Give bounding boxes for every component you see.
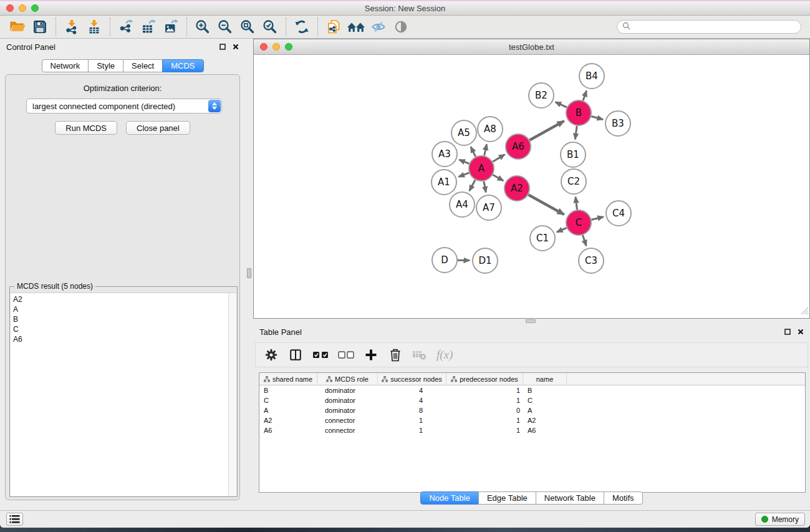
deselect-all-columns-icon[interactable]	[338, 346, 354, 364]
network-canvas[interactable]: AA1A2A3A4A5A6A7A8BB1B2B3B4CC1C2C3C4DD1	[254, 55, 809, 317]
zoom-out-icon[interactable]	[214, 17, 236, 37]
search-input[interactable]	[634, 22, 796, 31]
tab-network[interactable]: Network	[41, 59, 89, 72]
open-session-icon[interactable]	[6, 17, 29, 37]
zoom-fit-icon[interactable]	[236, 17, 259, 37]
column-header-predecessor-nodes[interactable]: predecessor nodes	[446, 373, 523, 385]
table-cell[interactable]: C	[259, 397, 317, 404]
close-window-icon[interactable]	[6, 4, 14, 12]
graph-node-C3[interactable]: C3	[579, 248, 604, 273]
table-cell[interactable]: A2	[523, 417, 567, 424]
table-cell[interactable]: A6	[259, 427, 317, 434]
network-window-title-bar[interactable]: testGlobe.txt	[254, 39, 809, 55]
table-row[interactable]: Cdominator41C	[259, 395, 805, 405]
tab-select[interactable]: Select	[123, 59, 163, 72]
graph-edge-C-C3[interactable]	[583, 235, 587, 246]
table-cell[interactable]: A2	[259, 417, 317, 424]
graph-node-C2[interactable]: C2	[561, 169, 586, 194]
delete-column-trash-icon[interactable]	[388, 346, 403, 364]
vertical-splitter[interactable]	[245, 39, 253, 510]
tab-network-table[interactable]: Network Table	[536, 491, 604, 505]
graph-node-A2[interactable]: A2	[504, 176, 529, 201]
minimize-window-icon[interactable]	[19, 4, 26, 12]
graph-edge-C-C1[interactable]	[557, 228, 567, 232]
graph-node-C4[interactable]: C4	[606, 201, 631, 226]
graph-edge-C-C2[interactable]	[576, 197, 577, 210]
graph-node-B[interactable]: B	[566, 100, 591, 125]
refresh-icon[interactable]	[291, 17, 313, 37]
import-network-icon[interactable]	[60, 17, 83, 37]
dropdown-stepper-icon[interactable]	[208, 100, 221, 112]
table-row[interactable]: A2connector11A2	[259, 415, 805, 425]
table-cell[interactable]: 1	[446, 387, 523, 394]
node-table[interactable]: shared nameMCDS rolesuccessor nodesprede…	[259, 372, 806, 493]
save-session-icon[interactable]	[29, 17, 51, 37]
graph-edge-B-B3[interactable]	[591, 117, 603, 120]
table-cell[interactable]: 4	[378, 387, 446, 394]
export-image-icon[interactable]	[160, 17, 182, 37]
select-all-columns-icon[interactable]	[312, 346, 329, 364]
graph-node-C1[interactable]: C1	[530, 226, 555, 251]
float-panel-icon[interactable]	[219, 42, 226, 52]
table-cell[interactable]: 0	[446, 407, 523, 414]
splitter-handle[interactable]	[247, 268, 251, 278]
graph-node-A6[interactable]: A6	[506, 134, 531, 159]
table-cell[interactable]: C	[523, 397, 567, 404]
table-cell[interactable]: 1	[378, 417, 446, 424]
graph-node-A[interactable]: A	[469, 156, 494, 181]
tab-motifs[interactable]: Motifs	[604, 491, 643, 505]
graph-edge-A-A4[interactable]	[470, 180, 475, 191]
mcds-result-list[interactable]: A2ABCA6	[11, 293, 236, 496]
close-window-icon[interactable]	[260, 43, 268, 51]
table-row[interactable]: A6connector11A6	[259, 425, 805, 435]
graph-edge-A-A3[interactable]	[459, 160, 469, 163]
table-cell[interactable]: 8	[378, 407, 446, 414]
table-row[interactable]: Bdominator41B	[259, 385, 805, 395]
zoom-window-icon[interactable]	[285, 43, 292, 51]
mcds-result-item[interactable]: C	[11, 324, 236, 334]
graph-edge-A-A6[interactable]	[493, 155, 504, 162]
resize-grip-icon[interactable]	[801, 306, 809, 317]
graph-edge-B-B1[interactable]	[575, 126, 577, 139]
graph-node-A1[interactable]: A1	[432, 170, 456, 195]
scrollbar-track[interactable]	[228, 293, 236, 496]
column-header-successor-nodes[interactable]: successor nodes	[378, 373, 446, 385]
create-view-icon[interactable]	[345, 17, 367, 37]
table-settings-gear-icon[interactable]	[264, 346, 279, 364]
zoom-window-icon[interactable]	[31, 4, 39, 12]
graph-edge-A-A8[interactable]	[485, 144, 487, 155]
graph-edge-B-B4[interactable]	[583, 91, 587, 101]
graph-node-A4[interactable]: A4	[450, 192, 475, 217]
splitter-handle[interactable]	[526, 319, 536, 323]
zoom-in-icon[interactable]	[191, 17, 214, 37]
column-header-mcds-role[interactable]: MCDS role	[317, 373, 378, 385]
mcds-result-item[interactable]: A2	[11, 294, 236, 304]
toggle-view-icon[interactable]	[390, 17, 412, 37]
close-panel-button[interactable]: Close panel	[126, 121, 190, 135]
close-panel-icon[interactable]	[233, 42, 239, 52]
tab-node-table[interactable]: Node Table	[420, 491, 479, 505]
horizontal-splitter[interactable]	[253, 319, 810, 324]
graph-node-A5[interactable]: A5	[451, 120, 476, 145]
mcds-result-item[interactable]: A	[11, 304, 236, 314]
graph-edge-B-B2[interactable]	[556, 102, 567, 108]
table-cell[interactable]: A	[523, 407, 567, 414]
clone-network-icon[interactable]	[322, 17, 345, 37]
table-cell[interactable]: 4	[378, 397, 446, 404]
table-cell[interactable]: 1	[378, 427, 446, 434]
graph-edge-A-A2[interactable]	[493, 175, 503, 181]
hide-labels-icon[interactable]	[367, 17, 390, 37]
search-box[interactable]	[617, 20, 801, 34]
tab-edge-table[interactable]: Edge Table	[478, 491, 536, 505]
table-cell[interactable]: A	[259, 407, 317, 414]
run-mcds-button[interactable]: Run MCDS	[55, 121, 117, 135]
table-cell[interactable]: 1	[446, 417, 523, 424]
graph-edge-C-C4[interactable]	[591, 217, 603, 220]
mcds-result-item[interactable]: A6	[11, 334, 236, 344]
export-network-icon[interactable]	[115, 17, 137, 37]
graph-edge-A-A7[interactable]	[484, 181, 486, 193]
table-cell[interactable]: 1	[446, 397, 523, 404]
task-history-list-icon[interactable]	[6, 513, 23, 526]
table-cell[interactable]: B	[259, 387, 317, 394]
table-cell[interactable]: dominator	[317, 407, 378, 414]
